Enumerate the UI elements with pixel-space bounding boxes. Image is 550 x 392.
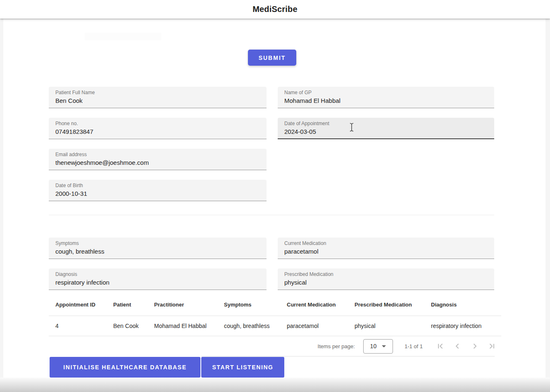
paginator-nav — [435, 341, 497, 351]
email-field[interactable]: Email address — [49, 149, 267, 170]
patient-full-name-label: Patient Full Name — [55, 90, 260, 95]
appointments-table: Appointment ID Patient Practitioner Symp… — [49, 294, 501, 356]
section-divider — [49, 215, 494, 215]
prescribed-medication-input[interactable] — [284, 279, 488, 286]
symptoms-label: Symptoms — [55, 240, 260, 246]
current-medication-input[interactable] — [284, 248, 488, 255]
col-header-appointment-id: Appointment ID — [49, 302, 107, 308]
range-label: 1-1 of 1 — [405, 343, 423, 349]
col-header-symptoms: Symptoms — [217, 302, 280, 308]
initialise-database-button[interactable]: INITIALISE HEALTHCARE DATABASE — [50, 357, 200, 378]
bottom-page-fade — [0, 378, 550, 392]
gp-name-label: Name of GP — [284, 90, 488, 95]
email-label: Email address — [55, 152, 260, 157]
diagnosis-input[interactable] — [55, 279, 260, 286]
cell-current-medication: paracetamol — [280, 323, 348, 329]
table-header-row: Appointment ID Patient Practitioner Symp… — [49, 294, 501, 316]
appointment-date-input[interactable] — [284, 128, 488, 135]
right-page-margin — [545, 19, 550, 378]
table-row[interactable]: 4 Ben Cook Mohamad El Habbal cough, brea… — [49, 316, 501, 336]
paginator: Items per page: 10 1-1 of 1 — [49, 336, 501, 356]
submit-button[interactable]: SUBMIT — [248, 50, 296, 66]
gp-name-field[interactable]: Name of GP — [278, 87, 494, 108]
paginator-bottom-border — [201, 356, 495, 356]
left-page-margin — [0, 19, 3, 378]
cell-prescribed-medication: physical — [348, 323, 424, 329]
phone-label: Phone no. — [55, 121, 260, 126]
appointment-date-field[interactable]: Date of Appointment — [278, 118, 494, 139]
page-size-select[interactable]: 10 — [363, 339, 393, 354]
cell-symptoms: cough, breathless — [217, 323, 280, 329]
app-bar: MediScribe — [0, 0, 550, 19]
dob-label: Date of Birth — [55, 183, 260, 188]
cell-patient: Ben Cook — [107, 323, 148, 329]
page-size-value: 10 — [370, 343, 377, 349]
first-page-icon[interactable] — [435, 341, 445, 351]
start-listening-button[interactable]: START LISTENING — [201, 357, 284, 378]
last-page-icon[interactable] — [487, 341, 497, 351]
diagnosis-field[interactable]: Diagnosis — [49, 268, 267, 290]
phone-field[interactable]: Phone no. — [49, 118, 267, 139]
current-medication-label: Current Medication — [284, 240, 488, 246]
chevron-down-icon — [382, 345, 386, 347]
col-header-current-medication: Current Medication — [280, 302, 348, 308]
col-header-patient: Patient — [107, 302, 148, 308]
col-header-practitioner: Practitioner — [148, 302, 217, 308]
diagnosis-label: Diagnosis — [55, 271, 260, 277]
phone-input[interactable] — [55, 128, 260, 135]
col-header-diagnosis: Diagnosis — [424, 302, 501, 308]
patient-full-name-input[interactable] — [55, 97, 260, 104]
app-title: MediScribe — [252, 5, 298, 14]
symptoms-input[interactable] — [55, 248, 260, 255]
next-page-icon[interactable] — [470, 341, 480, 351]
faint-ghost-element — [85, 33, 161, 40]
cell-diagnosis: respiratory infection — [424, 323, 501, 329]
gp-name-input[interactable] — [284, 97, 488, 104]
current-medication-field[interactable]: Current Medication — [278, 238, 494, 259]
col-header-prescribed-medication: Prescribed Medication — [348, 302, 424, 308]
dob-input[interactable] — [55, 190, 260, 197]
prescribed-medication-label: Prescribed Medication — [284, 271, 488, 277]
previous-page-icon[interactable] — [452, 341, 462, 351]
mediscribe-app: MediScribe SUBMIT Patient Full Name Name… — [0, 0, 550, 392]
prescribed-medication-field[interactable]: Prescribed Medication — [278, 268, 494, 290]
appointment-date-label: Date of Appointment — [284, 121, 488, 126]
symptoms-field[interactable]: Symptoms — [49, 238, 267, 259]
cell-practitioner: Mohamad El Habbal — [148, 323, 217, 329]
email-input[interactable] — [55, 159, 260, 166]
patient-full-name-field[interactable]: Patient Full Name — [49, 87, 267, 108]
dob-field[interactable]: Date of Birth — [49, 180, 267, 201]
items-per-page-label: Items per page: — [318, 343, 355, 349]
cell-appointment-id: 4 — [49, 323, 107, 329]
